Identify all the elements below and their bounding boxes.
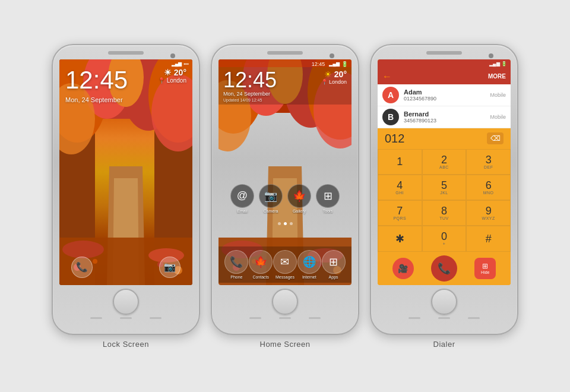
ls-date: Mon, 24 September [65, 96, 123, 103]
soft-btn-recent-3 [468, 317, 480, 319]
dock-phone[interactable]: 📞 Phone [224, 250, 248, 279]
ls-bottom-icons: 📞 📷 [59, 257, 192, 278]
phone-bottom-bar-3 [408, 317, 480, 319]
soft-btn-recent [150, 317, 162, 319]
phone-home-button[interactable] [113, 289, 139, 315]
app-camera-icon[interactable]: 📷 [259, 184, 283, 208]
dock-apps[interactable]: ⊞ Apps [322, 250, 346, 279]
dock-phone-label: Phone [230, 275, 242, 279]
hs-updated: Updated 14/09 12:45 [223, 98, 277, 102]
ls-camera-icon[interactable]: 📷 [159, 257, 180, 278]
hs-dots [218, 222, 352, 225]
hs-location: London [329, 79, 347, 85]
key-3[interactable]: 3 DEF [466, 149, 511, 175]
hs-apps-grid: @ Email 📷 Camera 🍁 Gallery ⊞ [218, 184, 352, 213]
dock-phone-icon[interactable]: 📞 [224, 250, 248, 274]
ls-weather-icon: ☀ [164, 68, 174, 77]
dock-internet[interactable]: 🌐 Internet [297, 250, 321, 279]
ls-status-bar: ▂▄▆ ▪▪▪ [59, 59, 192, 67]
app-gallery-icon[interactable]: 🍁 [287, 184, 311, 208]
key-9[interactable]: 9 WXYZ [466, 200, 511, 226]
phone-home-button-2[interactable] [272, 289, 298, 315]
key-2[interactable]: 2 ABC [422, 149, 467, 175]
dialer-bottom: 🎥 📞 ⊞ Hide [378, 252, 511, 285]
contact-bernard-info: Bernard 34567890123 [404, 110, 485, 124]
app-email-icon[interactable]: @ [230, 184, 254, 208]
soft-btn-back-3 [408, 317, 420, 319]
dot-2 [284, 222, 287, 225]
dialer-app: ▂▄▆ 🔋 ← MORE A Adam [378, 59, 511, 285]
key-0[interactable]: 0 + [422, 226, 467, 251]
contact-bernard-name: Bernard [404, 110, 485, 118]
dialer-wrapper: ▂▄▆ 🔋 ← MORE A Adam [370, 44, 518, 349]
key-hash[interactable]: # [466, 226, 511, 251]
dialer-backspace-button[interactable]: ⌫ [487, 132, 504, 144]
lockscreen-screen: ▂▄▆ ▪▪▪ 12:45 Mon, 24 September ☀ 20° [59, 59, 192, 285]
contact-bernard[interactable]: B Bernard 34567890123 Mobile [378, 106, 511, 128]
dialer-header: ← MORE [378, 69, 511, 84]
dock-contacts[interactable]: 🍁 Contacts [249, 250, 273, 279]
phone-speaker-2 [267, 51, 303, 55]
dialer-display: 012 ⌫ [378, 128, 511, 149]
key-7[interactable]: 7 PQRS [378, 200, 422, 226]
dock-messages[interactable]: ✉ Messages [273, 250, 297, 279]
key-6[interactable]: 6 MNO [466, 175, 511, 200]
dialer-call-button[interactable]: 📞 [431, 255, 457, 282]
phones-row: ▂▄▆ ▪▪▪ 12:45 Mon, 24 September ☀ 20° [52, 44, 518, 349]
dialer-video-button[interactable]: 🎥 [392, 258, 414, 279]
dock-internet-icon[interactable]: 🌐 [297, 250, 321, 274]
app-gallery[interactable]: 🍁 Gallery [287, 184, 311, 213]
contact-adam-info: Adam 01234567890 [404, 88, 485, 102]
dialer-contacts: A Adam 01234567890 Mobile B [378, 84, 511, 128]
dock-apps-icon[interactable]: ⊞ [322, 250, 346, 274]
dialer-back-button[interactable]: ← [382, 71, 392, 82]
lockscreen-label: Lock Screen [103, 340, 149, 349]
app-gallery-label: Gallery [293, 209, 306, 213]
app-tools-icon[interactable]: ⊞ [316, 184, 340, 208]
phone-bottom-bar-2 [249, 317, 321, 319]
ls-signal-icon: ▂▄▆ [172, 61, 182, 67]
dialer-more-button[interactable]: MORE [488, 73, 506, 80]
dot-3 [290, 222, 293, 225]
key-5[interactable]: 5 JKL [422, 175, 467, 200]
phone-home-button-3[interactable] [431, 289, 457, 315]
key-4[interactable]: 4 GHI [378, 175, 422, 200]
dialer-hide-button[interactable]: ⊞ Hide [474, 258, 496, 279]
soft-btn-home [120, 317, 132, 319]
dock-messages-icon[interactable]: ✉ [273, 250, 297, 274]
contact-adam[interactable]: A Adam 01234567890 Mobile [378, 84, 511, 106]
hs-location-pin: 📍 [321, 79, 328, 85]
contact-bernard-avatar: B [382, 109, 399, 125]
key-8[interactable]: 8 TUV [422, 200, 467, 226]
ls-phone-icon[interactable]: 📞 [71, 257, 93, 278]
dialer-number: 012 [385, 132, 404, 146]
app-camera[interactable]: 📷 Camera [259, 184, 283, 213]
contact-adam-name: Adam [404, 88, 485, 96]
homescreen-label: Home Screen [260, 340, 311, 349]
app-tools-label: Tools [323, 209, 332, 213]
soft-btn-back-2 [249, 317, 261, 319]
hs-weather: ☀ 20° 📍 London [321, 69, 347, 85]
dock-apps-label: Apps [329, 275, 338, 279]
key-star[interactable]: ✱ [378, 226, 422, 251]
ls-battery-icon: ▪▪▪ [183, 61, 189, 67]
app-tools[interactable]: ⊞ Tools [316, 184, 340, 213]
contact-adam-number: 01234567890 [404, 96, 485, 102]
dock-messages-label: Messages [276, 275, 294, 279]
key-1[interactable]: 1 [378, 149, 422, 175]
phone-speaker [108, 51, 144, 55]
phone-speaker-3 [426, 51, 462, 55]
ls-location: 📍 London [158, 77, 186, 84]
ls-location-pin: 📍 [158, 77, 167, 84]
dock-contacts-icon[interactable]: 🍁 [249, 250, 273, 274]
hs-battery-icon: 🔋 [341, 61, 348, 67]
hs-status-icons: 12:45 ▂▄▆ 🔋 [312, 61, 348, 67]
phone-bottom-bar [90, 317, 162, 319]
hs-signal-icon: ▂▄▆ [329, 61, 340, 67]
homescreen-phone: 12:45 ▂▄▆ 🔋 12:45 Mon, 24 September Upda… [211, 44, 359, 335]
ls-weather: ☀ 20° 📍 London [158, 68, 186, 84]
dialer-label: Dialer [433, 340, 455, 349]
lockscreen-phone: ▂▄▆ ▪▪▪ 12:45 Mon, 24 September ☀ 20° [52, 44, 200, 335]
app-email[interactable]: @ Email [230, 184, 254, 213]
ls-weather-temp: ☀ 20° [158, 68, 186, 77]
